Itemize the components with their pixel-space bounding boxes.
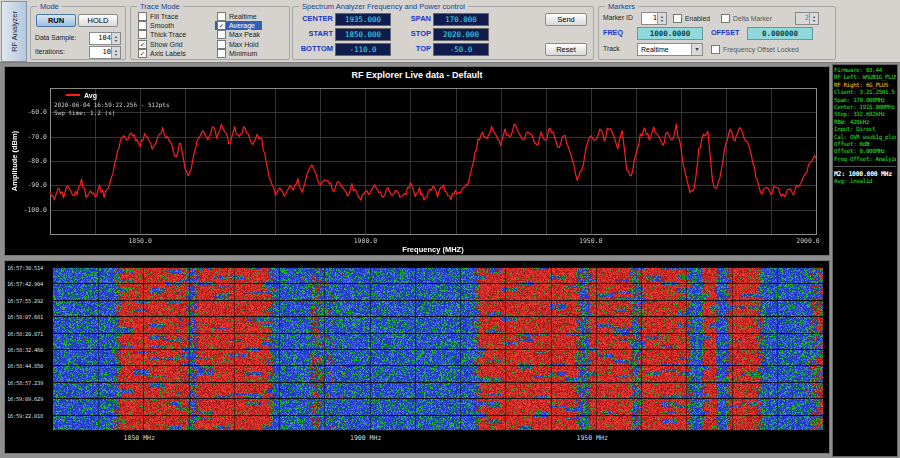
waterfall-time-label: 16:57:42.904 (7, 281, 51, 287)
spinner-arrows-icon[interactable]: ▲▼ (111, 47, 120, 58)
trace-mode-minimum[interactable]: Minimum (215, 49, 262, 58)
start-field[interactable]: 1850.000 (335, 28, 391, 41)
checkbox-box-icon: ✓ (217, 21, 226, 30)
trace-mode-group: Trace Mode Fill TraceSmoothThick Trace✓S… (130, 6, 290, 60)
waterfall-time-label: 16:57:30.514 (7, 265, 51, 271)
analyzer-vertical-tab[interactable]: RF Analyzer (1, 1, 27, 62)
trace-mode-average[interactable]: ✓Average (215, 21, 262, 30)
device-info-list: Firmware: 03.44RF Left: WSUB1G_PLUSRF Ri… (834, 67, 896, 163)
checkbox-box-icon: ✓ (138, 40, 147, 49)
device-info-line: Freq Offset: Analyzer (834, 156, 896, 163)
waterfall-time-label: 16:59:09.629 (7, 396, 51, 402)
waterfall-freq-label: 1850 MHz (124, 434, 155, 442)
span-field[interactable]: 170.000 (433, 13, 489, 26)
span-label: SPAN (393, 13, 431, 25)
device-info-line: Center: 1915.000MHz (834, 104, 896, 111)
sidebar-divider (834, 166, 896, 167)
enabled-label: Enabled (685, 15, 710, 22)
checkbox-box-icon (138, 30, 147, 39)
spinner-arrows-icon[interactable]: ▲▼ (657, 13, 666, 24)
run-button[interactable]: RUN (36, 14, 76, 27)
checkbox-box-icon (217, 30, 226, 39)
frequency-offset-locked-checkbox[interactable]: Frequency Offset Locked (711, 45, 799, 54)
chart-title: RF Explorer Live data - Default (5, 70, 829, 80)
app-window: RF Analyzer Mode RUN HOLD Data Sample: 1… (0, 0, 900, 458)
spectrum-canvas (8, 82, 826, 254)
trace-option-axis-labels[interactable]: ✓Axis Labels (136, 49, 188, 58)
waterfall-canvas (53, 267, 823, 431)
device-info-line: Firmware: 03.44 (834, 67, 896, 74)
data-sample-stepper[interactable]: 104 ▲▼ (89, 32, 121, 45)
waterfall-freq-label: 1950 MHz (577, 434, 608, 442)
device-info-line: RF Right: 6G_PLUS (834, 82, 896, 89)
device-info-line: RF Left: WSUB1G_PLUS (834, 74, 896, 81)
bottom-field[interactable]: -110.0 (335, 43, 391, 56)
track-label: Track (603, 43, 620, 55)
device-info-line: Client: 3.21.2501.5 (834, 89, 896, 96)
delta-marker-label: Delta Marker (733, 15, 772, 22)
trace-option-show-grid[interactable]: ✓Show Grid (136, 40, 188, 49)
hold-button[interactable]: HOLD (78, 14, 118, 27)
trace-option-label: Axis Labels (150, 50, 186, 57)
trace-mode-label: Realtime (229, 13, 257, 20)
mode-group: Mode RUN HOLD Data Sample: 104 ▲▼ Iterat… (30, 6, 126, 60)
frequency-offset-locked-label: Frequency Offset Locked (723, 46, 799, 53)
waterfall-time-label: 16:58:20.071 (7, 331, 51, 337)
iterations-value: 10 (92, 48, 111, 56)
delta-marker-checkbox[interactable]: Delta Marker (721, 14, 772, 23)
freq-label: FREQ (603, 27, 623, 39)
trace-mode-list: Realtime✓AverageMax PeakMax HoldMinimum (215, 12, 262, 58)
checkbox-box-icon (138, 21, 147, 30)
marker-freq-field[interactable]: 1000.0000 (637, 27, 703, 40)
waterfall-time-label: 16:58:57.239 (7, 380, 51, 386)
trace-option-smooth[interactable]: Smooth (136, 21, 188, 30)
reset-button[interactable]: Reset (545, 43, 587, 56)
iterations-label: Iterations: (35, 48, 65, 55)
checkbox-box-icon (217, 49, 226, 58)
trace-mode-max-peak[interactable]: Max Peak (215, 30, 262, 39)
analyzer-tab-label: RF Analyzer (10, 11, 19, 52)
device-info-line: Span: 170.000MHz (834, 97, 896, 104)
trace-mode-group-title: Trace Mode (137, 2, 183, 11)
trace-mode-label: Max Hold (229, 41, 259, 48)
trace-option-thick-trace[interactable]: Thick Trace (136, 30, 188, 39)
trace-option-fill-trace[interactable]: Fill Trace (136, 12, 188, 21)
track-select[interactable]: Realtime ▾ (637, 43, 703, 56)
waterfall-freq-label: 1900 MHz (350, 434, 381, 442)
stop-field[interactable]: 2020.000 (433, 28, 489, 41)
checkbox-box-icon (217, 40, 226, 49)
delta-marker-value: 2 (798, 14, 809, 22)
send-button[interactable]: Send (545, 13, 587, 26)
waterfall-time-label: 16:58:07.681 (7, 314, 51, 320)
spinner-arrows-icon: ▲▼ (809, 13, 818, 24)
marker-enabled-checkbox[interactable]: Enabled (673, 14, 710, 23)
trace-mode-max-hold[interactable]: Max Hold (215, 40, 262, 49)
frequency-control-group: Spectrum Analyzer Frequency and Power co… (292, 6, 594, 60)
checkbox-box-icon (138, 12, 147, 21)
marker-id-stepper[interactable]: 1 ▲▼ (641, 12, 667, 25)
mode-group-title: Mode (37, 2, 62, 11)
data-sample-label: Data Sample: (35, 34, 76, 41)
center-field[interactable]: 1935.000 (335, 13, 391, 26)
trace-option-label: Show Grid (150, 41, 183, 48)
bottom-label: BOTTOM (295, 43, 333, 55)
trace-option-label: Fill Trace (150, 13, 178, 20)
device-info-line: RBW: 420kHz (834, 119, 896, 126)
trace-option-label: Smooth (150, 22, 174, 29)
checkbox-box-icon: ✓ (138, 49, 147, 58)
marker-offset-field[interactable]: 0.000000 (747, 27, 813, 40)
chevron-down-icon: ▾ (691, 44, 702, 55)
trace-checkbox-list: Fill TraceSmoothThick Trace✓Show Grid✓Ax… (136, 12, 188, 58)
stop-label: STOP (393, 28, 431, 40)
waterfall-time-label: 16:58:32.460 (7, 347, 51, 353)
iterations-stepper[interactable]: 10 ▲▼ (89, 46, 121, 59)
center-label: CENTER (295, 13, 333, 25)
marker-id-value: 1 (644, 14, 657, 22)
track-value: Realtime (641, 44, 669, 55)
checkbox-box-icon (711, 45, 720, 54)
offset-label: OFFSET (711, 27, 739, 39)
top-field[interactable]: -50.0 (433, 43, 489, 56)
trace-mode-realtime[interactable]: Realtime (215, 12, 262, 21)
spinner-arrows-icon[interactable]: ▲▼ (111, 33, 120, 44)
marker-readout: M2: 1000.000 MHz (834, 170, 896, 178)
